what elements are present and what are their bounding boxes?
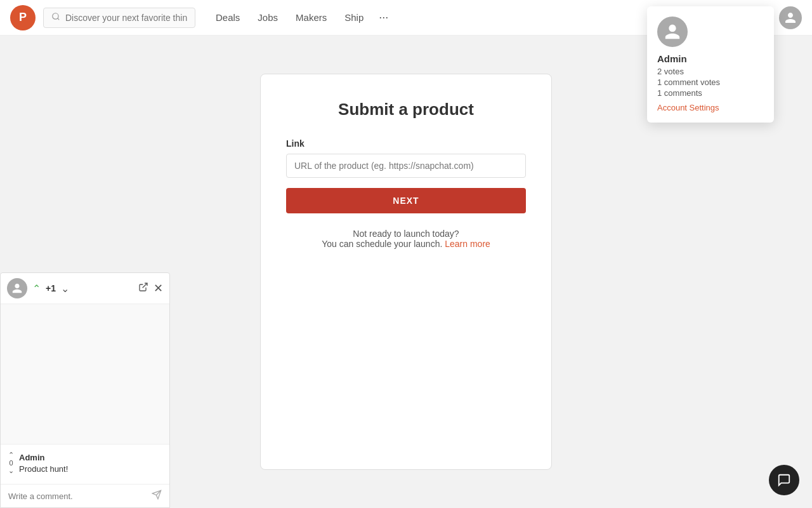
nav-jobs[interactable]: Jobs [250, 7, 285, 28]
svg-line-1 [143, 283, 147, 288]
vote-down-small-icon: ⌄ [8, 467, 14, 475]
nav-more-button[interactable]: ··· [374, 6, 393, 29]
search-icon [51, 12, 60, 23]
chat-bubble-button[interactable] [769, 465, 799, 495]
vote-count: +1 [46, 283, 56, 293]
thread-title: Product hunt! [19, 464, 68, 474]
comment-input[interactable] [8, 491, 152, 501]
user-dropdown: Admin 2 votes 1 comment votes 1 comments… [647, 6, 774, 123]
thread-info: Admin Product hunt! [19, 451, 68, 474]
send-icon[interactable] [152, 490, 162, 502]
vote-count-small: 0 [9, 459, 13, 467]
vote-up-small-icon: ⌃ [8, 451, 14, 459]
link-input[interactable] [286, 154, 526, 178]
navbar-right [779, 6, 802, 29]
widget-body [1, 304, 169, 444]
not-ready-text: Not ready to launch today? [286, 229, 526, 239]
dropdown-votes: 2 votes [657, 67, 764, 76]
widget-header: ⌃ +1 ⌄ ✕ [1, 273, 169, 304]
next-button[interactable]: NEXT [286, 188, 526, 213]
nav-links: Deals Jobs Makers Ship ··· [208, 6, 393, 29]
dropdown-username: Admin [657, 53, 764, 64]
thread-user: Admin [19, 453, 44, 462]
widget-votes: ⌃ 0 ⌄ [8, 451, 14, 475]
widget-avatar [7, 278, 27, 298]
bottom-widget: ⌃ +1 ⌄ ✕ ⌃ 0 ⌄ Admin Produc [0, 272, 170, 508]
vote-up-button[interactable]: ⌃ [32, 283, 41, 295]
user-avatar-button[interactable] [779, 6, 802, 29]
account-settings-link[interactable]: Account Settings [657, 103, 764, 112]
nav-deals[interactable]: Deals [208, 7, 247, 28]
vote-down-button[interactable]: ⌄ [61, 283, 69, 295]
svg-point-0 [53, 13, 58, 18]
comment-area [1, 484, 169, 507]
submit-form-card: Submit a product Link NEXT Not ready to … [260, 74, 552, 470]
learn-more-link[interactable]: Learn more [445, 239, 490, 249]
search-input[interactable] [65, 13, 187, 23]
page-title: Submit a product [286, 100, 526, 119]
nav-makers[interactable]: Makers [288, 7, 334, 28]
logo[interactable]: P [10, 5, 36, 30]
dropdown-comments: 1 comments [657, 88, 764, 98]
external-link-icon[interactable] [138, 282, 148, 295]
dropdown-comment-votes: 1 comment votes [657, 77, 764, 87]
widget-close-button[interactable]: ✕ [154, 281, 163, 295]
nav-ship[interactable]: Ship [337, 7, 371, 28]
link-label: Link [286, 138, 526, 149]
schedule-text: You can schedule your launch. Learn more [286, 239, 526, 249]
widget-thread: ⌃ 0 ⌄ Admin Product hunt! [1, 444, 169, 484]
widget-thread-row: ⌃ 0 ⌄ Admin Product hunt! [8, 451, 162, 475]
dropdown-avatar [657, 17, 688, 47]
widget-actions: ✕ [138, 281, 163, 295]
search-bar[interactable] [43, 8, 195, 28]
